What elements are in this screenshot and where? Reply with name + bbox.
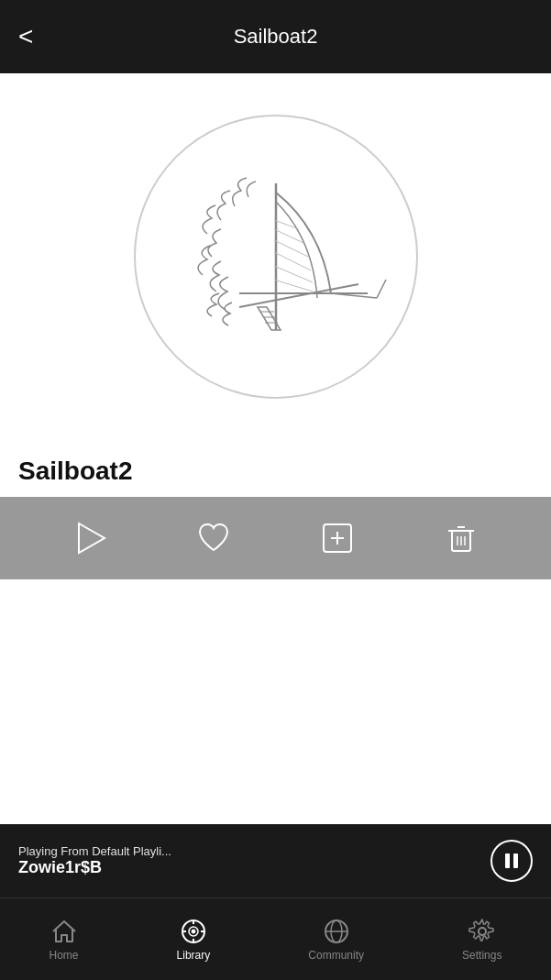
now-playing-info: Playing From Default Playli... Zowie1r$B [18,844,171,877]
library-icon [180,918,207,945]
pause-icon [501,851,522,871]
svg-line-13 [274,280,313,292]
now-playing-from: Playing From Default Playli... [18,844,171,858]
svg-point-28 [192,930,194,932]
svg-marker-14 [79,523,105,553]
now-playing-track: Zowie1r$B [18,858,171,877]
svg-rect-24 [505,853,510,868]
content-spacer [0,579,551,824]
header: < Sailboat2 [0,0,551,73]
delete-button[interactable] [434,511,489,566]
community-icon [323,918,350,945]
now-playing-bar: Playing From Default Playli... Zowie1r$B [0,824,551,897]
like-button[interactable] [186,511,241,566]
song-title: Sailboat2 [18,457,533,486]
controls-bar [0,497,551,579]
sailboat-image [157,138,395,376]
home-icon [50,918,78,945]
heart-icon [195,520,232,556]
album-art-circle [134,115,418,399]
nav-settings-label: Settings [462,949,501,962]
page-title: Sailboat2 [234,25,318,49]
svg-line-4 [377,280,386,298]
song-info: Sailboat2 [0,440,551,497]
svg-point-36 [479,928,486,935]
album-art-container [0,73,551,440]
play-button[interactable] [62,511,117,566]
play-icon [72,520,108,556]
pause-button[interactable] [490,840,533,882]
nav-library[interactable]: Library [162,910,226,969]
nav-settings[interactable]: Settings [447,910,516,969]
svg-rect-25 [513,853,518,868]
settings-icon [468,918,496,945]
add-to-playlist-button[interactable] [310,511,365,566]
nav-library-label: Library [177,949,211,962]
bottom-nav: Home Library Community [0,897,551,980]
nav-home-label: Home [50,949,79,962]
nav-community-label: Community [308,949,364,962]
trash-icon [443,520,479,556]
nav-community[interactable]: Community [293,910,379,969]
add-icon [319,520,356,556]
back-button[interactable]: < [18,22,33,51]
nav-home[interactable]: Home [35,910,94,969]
app-container: < Sailboat2 [0,0,551,980]
